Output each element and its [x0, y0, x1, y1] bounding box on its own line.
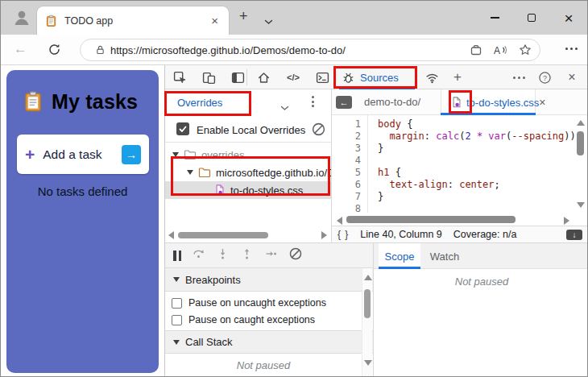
back-button[interactable]: ←	[14, 41, 27, 57]
scroll-left-arrow[interactable]	[337, 217, 342, 225]
add-task-field[interactable]: + Add a task →	[17, 135, 149, 174]
editor-horizontal-scrollbar[interactable]	[332, 213, 574, 226]
app-install-icon[interactable]	[470, 44, 482, 56]
code-line[interactable]	[378, 203, 588, 213]
code-line[interactable]: h1 {	[378, 167, 588, 179]
console-icon[interactable]	[315, 70, 329, 85]
refresh-button[interactable]	[48, 43, 61, 60]
tree-label[interactable]: to-do-styles.css	[230, 184, 303, 197]
maximize-button[interactable]	[513, 1, 550, 35]
pause-script-icon[interactable]	[173, 251, 181, 261]
address-bar[interactable]: https://microsoftedge.github.io/Demos/de…	[80, 39, 540, 61]
tab-directory[interactable]: demo-to-do/	[364, 96, 420, 108]
code-line[interactable]: body {	[378, 118, 588, 130]
scrollbar-thumb[interactable]	[346, 216, 516, 223]
editor-gutter: 12345678	[332, 115, 368, 213]
code-line[interactable]: margin: calc(2 * var(--spacing));	[378, 130, 588, 143]
code-line[interactable]: }	[378, 191, 588, 203]
tree-label[interactable]: overrides	[201, 149, 244, 161]
scrollbar-thumb[interactable]	[178, 232, 268, 238]
pretty-print-icon[interactable]: { }	[337, 229, 349, 240]
device-emulation-icon[interactable]	[201, 70, 216, 85]
tab-close-icon[interactable]: ×	[209, 14, 221, 27]
network-conditions-icon[interactable]	[424, 70, 439, 85]
pause-caught-checkbox[interactable]	[172, 315, 182, 325]
pause-caught-label: Pause on caught exceptions	[188, 314, 315, 325]
close-window-button[interactable]: ×	[550, 1, 587, 35]
show-navigator-icon[interactable]: ←	[336, 96, 352, 109]
code-line[interactable]	[378, 155, 588, 167]
close-devtools-icon[interactable]: ×	[565, 70, 579, 85]
step-into-icon[interactable]	[216, 247, 230, 263]
tab-scope[interactable]: Scope	[379, 243, 420, 269]
clear-overrides-icon[interactable]	[311, 122, 326, 140]
download-icon[interactable]: ↓	[566, 230, 582, 240]
tab-list-chevron-icon[interactable]	[264, 14, 273, 28]
step-out-icon[interactable]	[240, 247, 254, 263]
scroll-up-arrow[interactable]	[577, 120, 585, 126]
overrides-panel-title[interactable]: Overrides	[177, 97, 222, 109]
scroll-down-arrow[interactable]	[577, 202, 585, 208]
line-number: 3	[332, 143, 361, 155]
help-icon[interactable]: ?	[537, 70, 552, 85]
breakpoints-section-header[interactable]: Breakpoints	[165, 268, 373, 292]
enable-overrides-checkbox[interactable]	[176, 122, 189, 135]
scroll-right-arrow[interactable]	[321, 231, 327, 239]
page-content: My tasks + Add a task → No tasks defined	[1, 65, 164, 377]
profile-avatar-icon[interactable]	[10, 6, 32, 28]
deactivate-breakpoints-icon[interactable]	[288, 246, 303, 264]
step-over-icon[interactable]	[192, 247, 205, 263]
minimize-button[interactable]	[476, 1, 513, 35]
tab-sources[interactable]: Sources	[336, 65, 418, 89]
scrollbar-thumb[interactable]	[577, 131, 584, 155]
browser-tab[interactable]: TODO app ×	[36, 6, 230, 35]
chevron-down-icon[interactable]	[280, 100, 289, 114]
inspect-element-icon[interactable]	[172, 70, 187, 85]
editor-pane: ← demo-to-do/ to-do-styles.css × 1234567…	[332, 89, 588, 242]
url-text[interactable]: https://microsoftedge.github.io/Demos/de…	[110, 44, 458, 56]
code-editor[interactable]: 12345678 body { margin: calc(2 * var(--s…	[332, 115, 588, 213]
tab-watch[interactable]: Watch	[424, 243, 466, 269]
activity-bar-layout-icon[interactable]	[230, 70, 245, 85]
tree-item-css-file[interactable]: to-do-styles.css	[165, 181, 331, 199]
code-line[interactable]: }	[378, 143, 588, 155]
down-arrow-glyph: ↓	[573, 230, 577, 239]
scroll-left-arrow[interactable]	[168, 231, 174, 239]
tree-item-overrides-root[interactable]: overrides	[165, 146, 331, 164]
add-tools-icon[interactable]: +	[450, 70, 465, 85]
expand-caret-icon[interactable]	[172, 152, 179, 157]
call-stack-title: Call Stack	[185, 336, 233, 348]
tree-horizontal-scrollbar[interactable]	[165, 230, 332, 241]
close-tab-icon[interactable]: ×	[539, 96, 545, 109]
browser-window: TODO app × + × ← https://microsoftedge.g…	[0, 0, 588, 377]
add-task-submit-button[interactable]: →	[122, 145, 141, 164]
scroll-right-arrow[interactable]	[564, 217, 569, 225]
tree-item-domain-folder[interactable]: microsoftedge.github.io/De	[165, 164, 331, 181]
new-tab-button[interactable]: +	[239, 8, 248, 25]
file-tab-label: to-do-styles.css	[466, 97, 539, 109]
elements-code-icon[interactable]: </>	[286, 70, 300, 85]
settings-menu-icon[interactable]	[565, 48, 578, 50]
svg-text:?: ?	[543, 73, 547, 81]
css-file-override-icon	[214, 184, 226, 197]
scrollbar-thumb[interactable]	[364, 289, 371, 318]
welcome-home-icon[interactable]	[256, 70, 271, 85]
favorites-star-icon[interactable]	[519, 44, 532, 56]
scroll-up-arrow[interactable]	[364, 275, 372, 280]
expand-caret-icon[interactable]	[187, 170, 193, 175]
tab-css-file[interactable]: to-do-styles.css ×	[441, 89, 536, 115]
tree-label[interactable]: microsoftedge.github.io/De	[216, 167, 331, 179]
kebab-menu-icon[interactable]	[312, 96, 314, 107]
pause-uncaught-checkbox[interactable]	[172, 298, 182, 309]
lock-icon[interactable]	[95, 44, 106, 56]
debugger-vertical-scrollbar[interactable]	[362, 268, 372, 377]
scroll-down-arrow[interactable]	[364, 360, 372, 366]
step-icon[interactable]	[264, 247, 278, 263]
more-options-icon[interactable]	[511, 70, 526, 85]
editor-vertical-scrollbar[interactable]	[575, 130, 586, 210]
call-stack-section-header[interactable]: Call Stack	[165, 330, 373, 354]
editor-code[interactable]: body { margin: calc(2 * var(--spacing));…	[368, 115, 588, 213]
add-task-label[interactable]: Add a task	[43, 147, 122, 162]
code-line[interactable]: text-align: center;	[378, 179, 588, 191]
read-aloud-icon[interactable]: A	[494, 44, 507, 56]
